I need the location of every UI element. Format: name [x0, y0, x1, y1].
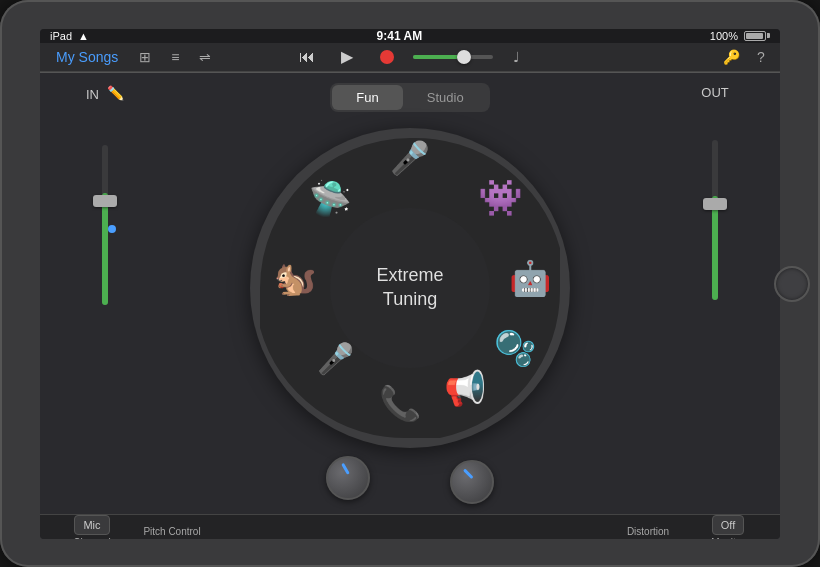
pitch-control-knob[interactable]	[326, 456, 370, 500]
bottom-controls: Mic Channel Pitch Control Distortion Off…	[40, 514, 780, 539]
circle-item-robot[interactable]: 🤖	[509, 258, 551, 298]
play-button[interactable]: ▶	[333, 43, 361, 71]
distortion-knob[interactable]	[450, 460, 494, 504]
ipad-frame: iPad ▲ 9:41 AM 100% My Songs ⊞ ≡ ⇌	[0, 0, 820, 567]
monitor-label: Monitor	[711, 537, 744, 539]
in-label: IN	[86, 87, 99, 102]
settings-icon[interactable]: 🔑	[720, 46, 742, 68]
mic-channel-section: Mic Channel	[52, 515, 132, 539]
toolbar-left: My Songs ⊞ ≡ ⇌	[48, 45, 287, 69]
mixer-icon[interactable]: ⇌	[194, 46, 216, 68]
distortion-section: Distortion	[608, 526, 688, 537]
status-time: 9:41 AM	[377, 29, 423, 43]
home-button[interactable]	[774, 266, 810, 302]
left-fader-track	[102, 145, 108, 305]
battery-percent: 100%	[710, 30, 738, 42]
ipad-screen: iPad ▲ 9:41 AM 100% My Songs ⊞ ≡ ⇌	[40, 29, 780, 539]
status-right: 100%	[710, 30, 770, 42]
help-icon[interactable]: ?	[750, 46, 772, 68]
main-content: IN ✏️ Fun Studio	[40, 73, 780, 514]
monitor-section: Off Monitor	[688, 515, 768, 539]
center-panel: Fun Studio ExtremeTuning	[170, 73, 650, 514]
selected-effect-label: ExtremeTuning	[376, 264, 443, 311]
knobs-area	[326, 456, 494, 504]
pitch-knob-indicator	[341, 462, 350, 474]
toolbar: My Songs ⊞ ≡ ⇌ ⏮ ▶ ♩	[40, 43, 780, 72]
circle-item-chipmunk[interactable]: 🐿️	[274, 258, 316, 298]
right-panel: OUT	[650, 73, 780, 514]
out-label: OUT	[701, 85, 728, 100]
circle-item-monster[interactable]: 👾	[478, 177, 523, 219]
circle-item-telephone[interactable]: 📞	[379, 383, 421, 423]
level-indicator	[108, 225, 116, 233]
toolbar-center: ⏮ ▶ ♩	[291, 43, 530, 71]
tab-fun[interactable]: Fun	[332, 85, 402, 110]
record-dot	[380, 50, 394, 64]
rewind-button[interactable]: ⏮	[293, 43, 321, 71]
right-fader-track	[712, 140, 718, 300]
battery-body	[744, 31, 766, 41]
right-fader-fill	[712, 196, 718, 300]
list-icon[interactable]: ≡	[164, 46, 186, 68]
circle-item-mic2[interactable]: 🎤	[317, 340, 354, 375]
left-fader-fill	[102, 193, 108, 305]
right-fader-handle[interactable]	[703, 198, 727, 210]
status-left: iPad ▲	[50, 30, 89, 42]
pitch-control-label: Pitch Control	[143, 526, 200, 537]
distortion-container	[450, 460, 494, 504]
device-label: iPad	[50, 30, 72, 42]
status-bar: iPad ▲ 9:41 AM 100%	[40, 29, 780, 43]
wifi-icon: ▲	[78, 30, 89, 42]
monitor-button[interactable]: Off	[712, 515, 744, 535]
battery-icon	[744, 31, 770, 41]
circle-item-bubbles[interactable]: 🫧	[494, 328, 536, 368]
toolbar-right: 🔑 ?	[533, 46, 772, 68]
distortion-label: Distortion	[627, 526, 669, 537]
circle-item-megaphone[interactable]: 📢	[444, 368, 486, 408]
inner-circle: ExtremeTuning	[330, 208, 490, 368]
pencil-icon[interactable]: ✏️	[107, 85, 124, 101]
tab-selector: Fun Studio	[330, 83, 489, 112]
slider-thumb	[457, 50, 471, 64]
circle-item-mic[interactable]: 🎤	[390, 139, 430, 177]
pitch-control-section: Pitch Control	[132, 526, 212, 537]
circle-item-ufo[interactable]: 🛸	[309, 178, 351, 218]
volume-slider[interactable]	[413, 55, 493, 59]
pitch-control-container	[326, 456, 370, 504]
battery-tip	[767, 33, 770, 38]
circle-container[interactable]: ExtremeTuning 🎤 👾 🤖 🫧 📢 📞	[250, 128, 570, 448]
my-songs-button[interactable]: My Songs	[48, 45, 126, 69]
left-fader-handle[interactable]	[93, 195, 117, 207]
battery-fill	[746, 33, 763, 39]
mic-channel-label: Channel	[73, 537, 110, 539]
slider-track	[413, 55, 493, 59]
tab-studio[interactable]: Studio	[403, 85, 488, 110]
metronome-icon[interactable]: ♩	[505, 46, 527, 68]
distortion-knob-indicator	[462, 468, 473, 479]
record-button[interactable]	[373, 43, 401, 71]
left-panel: IN ✏️	[40, 73, 170, 514]
mic-channel-button[interactable]: Mic	[74, 515, 109, 535]
slider-fill	[413, 55, 461, 59]
arrange-icon[interactable]: ⊞	[134, 46, 156, 68]
